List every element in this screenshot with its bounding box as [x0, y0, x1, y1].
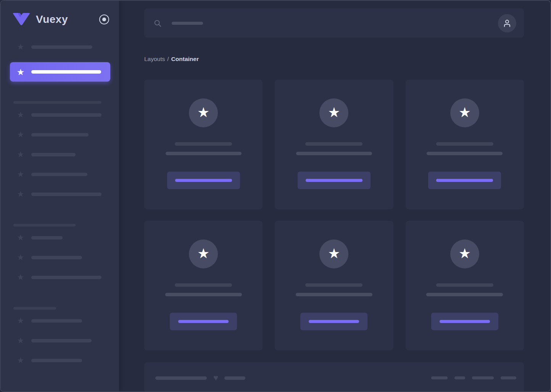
- sidebar-nav: ★ ★ ★★★★★★★★★★★: [1, 42, 119, 365]
- star-icon: ★: [197, 106, 209, 120]
- card-text-placeholder: [426, 293, 503, 296]
- card-grid: ★★★★★★: [144, 80, 524, 350]
- topbar: [144, 8, 524, 38]
- sidebar-item[interactable]: ★: [1, 356, 119, 365]
- breadcrumb: Layouts/Container: [144, 55, 524, 63]
- footer: ♥: [144, 362, 524, 391]
- content-card: ★: [144, 80, 263, 209]
- star-icon: ★: [16, 253, 25, 262]
- main-content: Layouts/Container ★★★★★★ ♥: [119, 1, 550, 391]
- button-label-placeholder: [309, 320, 359, 323]
- card-action-button[interactable]: [428, 172, 501, 189]
- sidebar-item[interactable]: ★: [1, 110, 119, 119]
- sidebar-item[interactable]: ★: [1, 273, 119, 282]
- card-text-placeholder: [436, 283, 493, 287]
- sidebar: Vuexy ★ ★ ★★★★★★★★★★★: [1, 1, 119, 391]
- star-icon: ★: [459, 106, 471, 120]
- sidebar-item[interactable]: ★: [1, 336, 119, 345]
- menu-label-placeholder: [31, 70, 101, 74]
- star-icon: ★: [16, 336, 25, 345]
- breadcrumb-parent[interactable]: Layouts: [144, 56, 165, 62]
- star-icon: ★: [328, 106, 340, 120]
- nav-collapse-toggle-icon[interactable]: [99, 14, 109, 24]
- user-avatar[interactable]: [498, 14, 516, 32]
- toggle-dot: [102, 18, 106, 21]
- section-header-placeholder: [13, 224, 76, 227]
- search-placeholder-bar: [172, 22, 203, 25]
- card-action-button[interactable]: [300, 313, 367, 330]
- search-input[interactable]: [153, 19, 498, 27]
- footer-link-placeholder[interactable]: [454, 376, 465, 379]
- sidebar-item[interactable]: ★: [1, 170, 119, 179]
- star-icon: ★: [16, 233, 25, 242]
- footer-links: [431, 376, 516, 379]
- sidebar-item[interactable]: ★: [1, 233, 119, 242]
- user-icon: [502, 18, 512, 28]
- card-avatar-circle: ★: [189, 98, 218, 127]
- card-action-button[interactable]: [167, 172, 240, 189]
- vuexy-logo-icon[interactable]: [12, 12, 31, 27]
- menu-label-placeholder: [31, 173, 87, 176]
- app-window: Vuexy ★ ★ ★★★★★★★★★★★: [0, 0, 551, 392]
- star-icon: ★: [459, 247, 471, 262]
- star-icon: ★: [16, 150, 25, 159]
- card-avatar-circle: ★: [450, 98, 479, 127]
- card-avatar-circle: ★: [319, 98, 348, 127]
- star-icon: ★: [16, 316, 25, 325]
- menu-label-placeholder: [31, 359, 82, 362]
- button-label-placeholder: [178, 320, 229, 323]
- card-action-button[interactable]: [298, 172, 371, 189]
- sidebar-item[interactable]: ★: [1, 316, 119, 325]
- sidebar-item[interactable]: ★: [1, 150, 119, 159]
- button-label-placeholder: [436, 179, 493, 182]
- star-icon: ★: [16, 130, 25, 139]
- menu-label-placeholder: [31, 319, 82, 323]
- menu-label-placeholder: [31, 256, 82, 259]
- card-avatar-circle: ★: [450, 239, 479, 268]
- content-card: ★: [275, 80, 393, 209]
- sidebar-item[interactable]: ★: [1, 253, 119, 262]
- card-action-button[interactable]: [170, 313, 237, 330]
- button-label-placeholder: [306, 179, 362, 182]
- card-avatar-circle: ★: [189, 239, 218, 268]
- card-action-button[interactable]: [431, 313, 498, 330]
- star-icon: ★: [16, 356, 25, 365]
- heart-icon: ♥: [213, 374, 218, 382]
- footer-link-placeholder[interactable]: [472, 376, 494, 379]
- menu-label-placeholder: [31, 236, 63, 239]
- star-icon: ★: [16, 67, 25, 77]
- menu-label-placeholder: [31, 113, 102, 117]
- menu-label-placeholder: [31, 193, 102, 196]
- star-icon: ★: [197, 247, 209, 262]
- sidebar-item[interactable]: ★: [1, 190, 119, 199]
- section-header-placeholder: [13, 101, 102, 104]
- search-icon: [153, 19, 162, 27]
- card-text-placeholder: [166, 152, 242, 155]
- footer-link-placeholder[interactable]: [501, 376, 516, 379]
- sidebar-item-pinned[interactable]: ★: [1, 42, 119, 51]
- sidebar-header: Vuexy: [1, 1, 119, 27]
- footer-link-placeholder[interactable]: [431, 376, 448, 379]
- card-text-placeholder: [436, 142, 493, 146]
- star-icon: ★: [16, 273, 25, 282]
- sidebar-item[interactable]: ★: [1, 130, 119, 139]
- menu-label-placeholder: [31, 153, 76, 156]
- star-icon: ★: [328, 247, 340, 262]
- sidebar-sections: ★★★★★★★★★★★: [1, 101, 119, 365]
- button-label-placeholder: [175, 179, 232, 182]
- content-card: ★: [406, 221, 524, 350]
- star-icon: ★: [16, 42, 25, 51]
- sidebar-item-active[interactable]: ★: [10, 62, 110, 82]
- star-icon: ★: [16, 190, 25, 199]
- star-icon: ★: [16, 110, 25, 119]
- card-text-placeholder: [165, 293, 242, 296]
- menu-label-placeholder: [31, 133, 89, 137]
- card-text-placeholder: [305, 283, 362, 287]
- card-text-placeholder: [175, 142, 232, 146]
- breadcrumb-separator: /: [167, 56, 169, 62]
- card-text-placeholder: [305, 142, 362, 146]
- brand-name[interactable]: Vuexy: [36, 13, 68, 26]
- star-icon: ★: [16, 170, 25, 179]
- button-label-placeholder: [440, 320, 490, 323]
- content-card: ★: [275, 221, 393, 350]
